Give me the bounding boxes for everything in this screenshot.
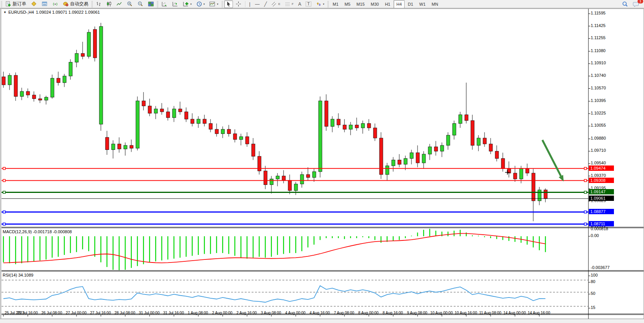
price-axis-label: 1.09710 <box>591 148 606 153</box>
rsi-axis-label: 50 <box>591 291 595 296</box>
chart-canvas[interactable] <box>0 8 644 319</box>
rsi-line <box>3 286 545 302</box>
trendline-tool[interactable]: ╱ <box>262 0 269 8</box>
bar-chart-icon <box>96 1 102 7</box>
macd-histogram <box>3 229 545 270</box>
timeframe-button-mn[interactable]: MN <box>429 0 441 8</box>
line-chart-icon <box>116 1 122 7</box>
cursor-tool-button[interactable] <box>224 0 233 8</box>
signals-button[interactable] <box>50 0 60 8</box>
bar-chart-type-button[interactable] <box>94 0 104 8</box>
rsi-axis-label: 15 <box>591 305 595 310</box>
equidistant-channel-tool[interactable]: E <box>269 0 282 8</box>
timeframe-button-h4[interactable]: H4 <box>394 0 404 8</box>
candle-chart-type-button[interactable] <box>104 0 114 8</box>
timeframe-button-w1[interactable]: W1 <box>417 0 429 8</box>
price-axis-label: 1.10055 <box>591 123 606 127</box>
price-axis-label: 1.10910 <box>591 60 606 65</box>
search-button[interactable] <box>620 0 630 8</box>
price-level-badge: 1.08877 <box>589 209 614 214</box>
signals-icon <box>52 1 58 7</box>
vertical-line-tool[interactable]: | <box>247 0 252 8</box>
macd-axis-label: 0.000818 <box>591 226 608 231</box>
chevron-down-icon: ▾ <box>190 3 192 6</box>
timeframe-button-m30[interactable]: M30 <box>368 0 381 8</box>
candlestick-chart-icon <box>106 1 112 7</box>
text-tool[interactable]: A <box>296 0 303 8</box>
channel-icon <box>271 2 277 7</box>
periods-button[interactable]: ▾ <box>194 0 207 8</box>
auto-scroll-button[interactable] <box>159 0 169 8</box>
price-axis-label: 1.09540 <box>591 161 606 165</box>
macd-axis-label: -0.003677 <box>591 265 610 270</box>
line-chart-type-button[interactable] <box>115 0 124 8</box>
indicators-button[interactable]: ▾ <box>181 0 194 8</box>
timeframe-button-h1[interactable]: H1 <box>382 0 393 8</box>
price-level-badge: 1.09147 <box>589 189 614 194</box>
channel-suffix: E <box>278 2 280 6</box>
new-order-label: 新订单 <box>13 1 26 7</box>
market-watch-icon <box>41 1 48 7</box>
price-axis-label: 1.10225 <box>591 111 606 115</box>
price-axis-label: 1.10395 <box>591 98 606 103</box>
main-toolbar: 新订单 自动交易 <box>0 0 644 8</box>
market-watch-button[interactable] <box>40 0 49 8</box>
horizontal-line-tool[interactable]: — <box>253 0 261 8</box>
crosshair-tool-button[interactable] <box>234 0 243 8</box>
price-level-badge: 1.09308 <box>589 178 614 183</box>
templates-button[interactable]: ▾ <box>207 0 220 8</box>
profiles-icon <box>31 1 37 7</box>
search-icon <box>622 1 628 7</box>
indicators-icon <box>183 1 189 7</box>
zoom-out-icon <box>137 1 143 7</box>
price-axis-label: 1.11255 <box>591 35 606 40</box>
candlesticks <box>2 23 547 221</box>
tile-windows-button[interactable] <box>146 0 156 8</box>
panel-frames <box>1 9 644 319</box>
chevron-down-icon: ▾ <box>204 3 205 6</box>
zoom-in-button[interactable] <box>125 0 135 8</box>
profiles-button[interactable] <box>29 0 39 8</box>
timeframe-button-m1[interactable]: M1 <box>330 0 341 8</box>
text-label-tool[interactable]: T <box>304 0 313 8</box>
auto-scroll-icon <box>161 1 167 7</box>
timeframe-button-m15[interactable]: M15 <box>354 0 367 8</box>
price-axis-label: 1.09370 <box>591 173 606 178</box>
trend-arrow-annotation[interactable] <box>542 140 564 181</box>
autotrading-label: 自动交易 <box>70 1 88 7</box>
autotrading-button[interactable]: 自动交易 <box>61 0 90 8</box>
toolbar-grip <box>91 1 93 7</box>
macd-indicator-label: MACD(12,26,9) -0.001718 -0.000808 <box>3 229 72 234</box>
chart-window: ▼ EURUSD-,H4 1.09024 1.09071 1.09022 1.0… <box>0 8 644 320</box>
toolbar-separator <box>245 1 245 7</box>
fibonacci-icon <box>285 2 291 7</box>
zoom-out-button[interactable] <box>135 0 145 8</box>
chart-menu-icon[interactable]: ▼ <box>3 11 6 14</box>
timeframe-group: M1M5M15M30H1H4D1W1MN <box>330 0 441 8</box>
chevron-down-icon: ▾ <box>323 3 325 6</box>
notifications-button[interactable]: 1 <box>631 0 641 8</box>
price-level-badge: 1.08711 <box>589 221 614 226</box>
clock-icon <box>196 1 202 7</box>
current-price-badge: 1.09061 <box>589 196 614 201</box>
label-tool-glyph: T <box>306 2 311 6</box>
arrows-tool[interactable]: ▾ <box>314 0 327 8</box>
chart-shift-button[interactable] <box>170 0 180 8</box>
price-axis-label: 1.11425 <box>591 23 606 28</box>
rsi-axis-label: 100 <box>591 273 598 277</box>
time-axis-label: 14 Aug 16:00 <box>524 311 554 315</box>
toolbar-grip <box>327 1 329 7</box>
horizontal-level-lines[interactable] <box>2 167 588 225</box>
chart-ohlc-values: 1.09024 1.09071 1.09022 1.09061 <box>36 10 100 14</box>
chart-shift-icon <box>172 1 178 7</box>
price-axis-label: 1.09880 <box>591 136 606 140</box>
price-axis-label: 1.10570 <box>591 86 606 90</box>
timeframe-button-d1[interactable]: D1 <box>405 0 416 8</box>
horizontal-scrollbar[interactable] <box>0 319 644 323</box>
timeframe-button-m5[interactable]: M5 <box>342 0 353 8</box>
cursor-icon <box>226 1 231 7</box>
price-level-badge: 1.09474 <box>589 165 614 171</box>
fibonacci-tool[interactable]: F <box>283 0 296 8</box>
new-order-button[interactable]: 新订单 <box>3 0 28 8</box>
new-order-icon <box>5 1 11 7</box>
